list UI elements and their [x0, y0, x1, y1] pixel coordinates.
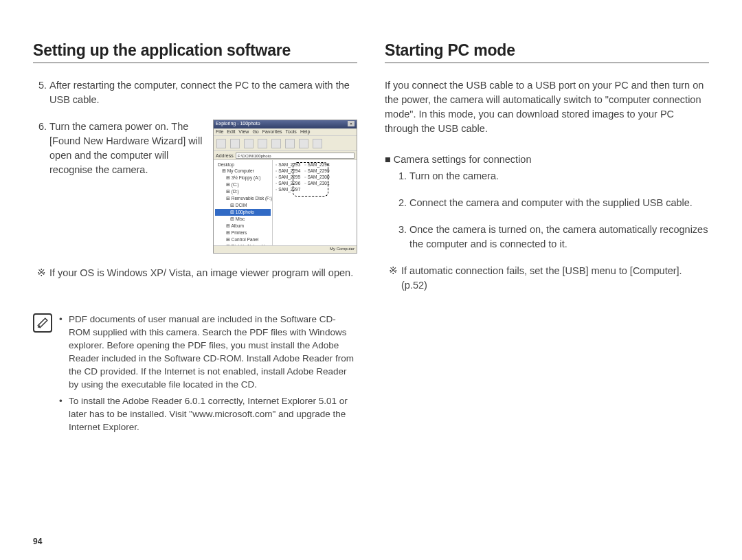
substep-2-text: Connect the camera and computer with the…: [409, 196, 709, 210]
menu-tools: Tools: [286, 129, 297, 135]
tree-item: ⊞ DCIM: [215, 202, 271, 209]
explorer-statusbar: My Computer: [214, 245, 357, 253]
back-icon: [216, 139, 226, 148]
explorer-files: SAM_2293SAM_2294SAM_2295SAM_2296SAM_2297…: [273, 160, 357, 253]
substep-2: 2. Connect the camera and computer with …: [397, 196, 709, 210]
tree-item: ⊞ Control Panel: [215, 236, 271, 243]
forward-icon: [230, 139, 240, 148]
info-bullet-2: • To install the Adobe Reader 6.0.1 corr…: [59, 395, 357, 434]
close-icon: ×: [348, 121, 355, 126]
highlight-dashed-box: [293, 162, 328, 197]
substep-1-text: Turn on the camera.: [409, 169, 709, 183]
step-5-num: 5.: [33, 78, 49, 107]
tree-item: ⊞ Removable Disk (F:): [215, 195, 271, 202]
status-text: My Computer: [330, 247, 355, 252]
address-field: F:\DCIM\100photo: [236, 153, 355, 159]
explorer-addressbar: Address F:\DCIM\100photo: [214, 151, 357, 160]
right-title: Starting PC mode: [385, 41, 709, 63]
right-intro: If you connect the USB cable to a USB po…: [385, 78, 709, 136]
info-box: • PDF documents of user manual are inclu…: [33, 313, 357, 438]
page-number: 94: [33, 537, 42, 546]
menu-favorites: Favorites: [262, 129, 282, 135]
address-label: Address: [216, 153, 234, 158]
tree-item: ⊞ (C:): [215, 181, 271, 188]
step-5-text: After restarting the computer, connect t…: [49, 78, 357, 107]
cut-icon: [258, 139, 267, 148]
substep-3-num: 3.: [397, 223, 409, 251]
step-6-text: Turn the camera power on. The [Found New…: [49, 120, 206, 177]
left-note-text: If your OS is Windows XP/ Vista, an imag…: [49, 266, 353, 280]
tree-item: ⊞ 3½ Floppy (A:): [215, 175, 271, 181]
info-bullet-2-text: To install the Adobe Reader 6.0.1 correc…: [69, 395, 357, 434]
menu-file: File: [216, 129, 223, 135]
menu-edit: Edit: [227, 129, 235, 135]
step-6-num: 6.: [33, 120, 49, 177]
explorer-tree: Desktop⊞ My Computer⊞ 3½ Floppy (A:)⊞ (C…: [214, 160, 273, 253]
explorer-screenshot: Exploring - 100photo × File Edit View Go…: [213, 120, 357, 254]
note-mark-icon: ※: [385, 264, 401, 293]
explorer-title-text: Exploring - 100photo: [216, 121, 260, 128]
left-note: ※ If your OS is Windows XP/ Vista, an im…: [33, 266, 357, 280]
delete-icon: [313, 139, 322, 148]
tree-item: Desktop: [215, 161, 271, 168]
explorer-toolbar: [214, 136, 357, 151]
substep-2-num: 2.: [397, 196, 409, 210]
tree-item: ⊞ Misc: [215, 216, 271, 223]
left-column: Setting up the application software 5. A…: [33, 41, 357, 438]
note-pencil-icon: [33, 313, 52, 333]
left-title: Setting up the application software: [33, 41, 357, 63]
menu-help: Help: [300, 129, 310, 135]
tree-item: ⊞ My Computer: [215, 168, 271, 175]
tree-item: ⊞ Printers: [215, 229, 271, 236]
menu-view: View: [238, 129, 249, 135]
tree-item: ⊞ (D:): [215, 188, 271, 195]
undo-icon: [299, 139, 308, 148]
copy-icon: [271, 139, 281, 148]
paste-icon: [285, 139, 295, 148]
right-note-text: If automatic connection fails, set the […: [401, 264, 709, 293]
substep-3: 3. Once the camera is turned on, the cam…: [397, 223, 709, 251]
explorer-titlebar: Exploring - 100photo ×: [214, 120, 357, 128]
right-note: ※ If automatic connection fails, set the…: [385, 264, 709, 293]
note-mark-icon: ※: [33, 266, 49, 280]
info-bullet-1-text: PDF documents of user manual are include…: [69, 313, 357, 391]
camera-settings-heading: Camera settings for connection: [385, 154, 709, 165]
explorer-menubar: File Edit View Go Favorites Tools Help: [214, 128, 357, 136]
up-icon: [244, 139, 254, 148]
info-bullet-1: • PDF documents of user manual are inclu…: [59, 313, 357, 391]
tree-item: ⊞ 100photo: [215, 209, 271, 216]
menu-go: Go: [252, 129, 258, 135]
substep-1: 1. Turn on the camera.: [397, 169, 709, 183]
right-column: Starting PC mode If you connect the USB …: [385, 41, 709, 438]
substep-3-text: Once the camera is turned on, the camera…: [409, 223, 709, 251]
tree-item: ⊞ Album: [215, 223, 271, 229]
step-5: 5. After restarting the computer, connec…: [33, 78, 357, 107]
substep-1-num: 1.: [397, 169, 409, 183]
